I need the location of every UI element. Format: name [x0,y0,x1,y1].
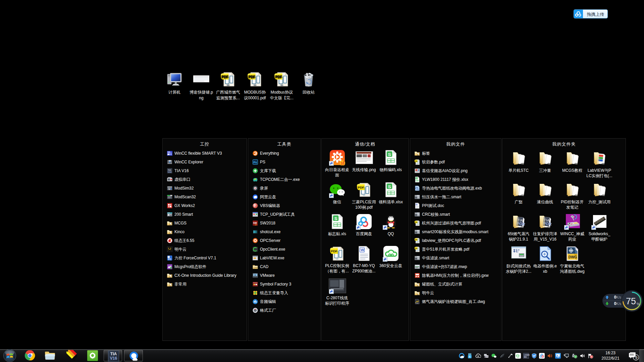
svg-text:VM: VM [254,274,257,276]
svg-text:)-: )- [517,250,519,253]
svg-text:SM: SM [415,195,417,196]
svg-text:V16: V16 [168,171,172,173]
svg-text:FC: FC [168,258,172,261]
svg-text:%: % [637,302,640,306]
svg-text:LAS: LAS [416,302,419,304]
svg-text:Ps: Ps [254,161,257,164]
svg-text:SM: SM [415,230,417,231]
svg-text:9: 9 [635,355,638,360]
svg-text:M: M [168,188,170,190]
svg-text:18: 18 [255,224,257,226]
svg-text:SM: SM [415,212,417,214]
svg-text:X: X [557,355,558,357]
svg-text:SM: SM [415,256,417,257]
svg-text:TIA: TIA [168,169,171,171]
svg-text:V: V [254,205,256,207]
svg-text:200: 200 [168,212,170,214]
svg-text:CAD: CAD [254,266,258,268]
svg-text:th: th [343,160,345,162]
svg-text:DWG: DWG [568,255,577,259]
svg-text:75: 75 [626,296,636,306]
